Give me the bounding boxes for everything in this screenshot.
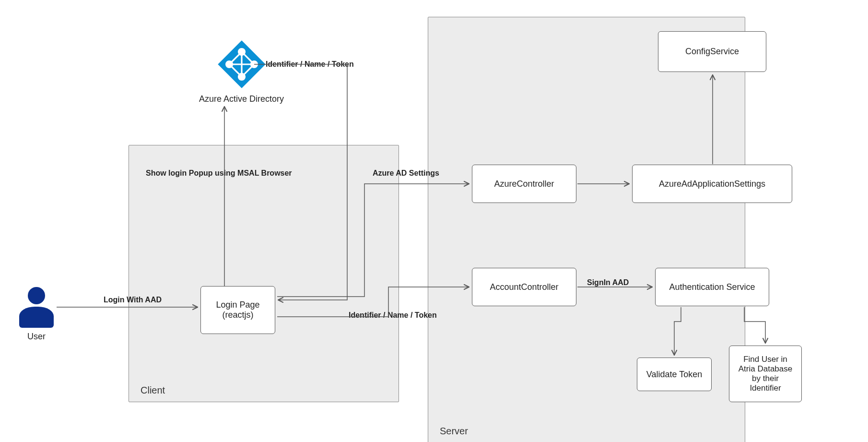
node-azure-controller: AzureController <box>472 165 576 203</box>
node-find-user-line2: Atria Database <box>739 364 792 374</box>
node-config-service-label: ConfigService <box>685 47 739 57</box>
node-login-page-line2: (reactjs) <box>216 310 259 320</box>
azure-ad-icon <box>216 38 268 90</box>
node-aad-settings: AzureAdApplicationSettings <box>632 165 792 203</box>
node-auth-service: Authentication Service <box>655 268 769 306</box>
node-login-page-line1: Login Page <box>216 300 259 310</box>
edge-label-identifier-top: Identifier / Name / Token <box>266 60 354 69</box>
node-find-user: Find User in Atria Database by their Ide… <box>729 346 802 402</box>
node-azure-controller-label: AzureController <box>494 179 554 189</box>
node-validate-token: Validate Token <box>637 358 712 391</box>
actor-user: User <box>19 287 54 342</box>
edge-label-signin-aad: SignIn AAD <box>587 278 629 287</box>
node-config-service: ConfigService <box>658 31 766 72</box>
node-login-page: Login Page (reactjs) <box>200 286 275 334</box>
actor-aad-label: Azure Active Directory <box>199 94 284 104</box>
edge-label-login-with-aad: Login With AAD <box>104 296 162 304</box>
actor-aad: Azure Active Directory <box>199 38 284 104</box>
node-find-user-line1: Find User in <box>739 355 792 364</box>
container-client-label: Client <box>141 385 165 396</box>
node-find-user-line4: Identifier <box>739 383 792 393</box>
arrow-auth-to-finduser <box>744 307 765 343</box>
architecture-diagram: Client Server User <box>0 0 868 442</box>
node-auth-service-label: Authentication Service <box>669 282 755 292</box>
node-validate-token-label: Validate Token <box>646 370 702 380</box>
edge-label-azure-ad-settings: Azure AD Settings <box>373 169 439 178</box>
container-client: Client <box>129 145 399 402</box>
node-account-controller-label: AccountController <box>490 282 558 292</box>
actor-user-label: User <box>27 332 46 342</box>
edge-label-show-login-popup: Show login Popup using MSAL Browser <box>146 169 292 178</box>
node-aad-settings-label: AzureAdApplicationSettings <box>659 179 765 189</box>
edge-label-identifier-bottom: Identifier / Name / Token <box>349 311 437 320</box>
container-server-label: Server <box>440 426 468 437</box>
node-find-user-line3: by their <box>739 374 792 383</box>
user-icon <box>19 287 54 328</box>
node-account-controller: AccountController <box>472 268 576 306</box>
